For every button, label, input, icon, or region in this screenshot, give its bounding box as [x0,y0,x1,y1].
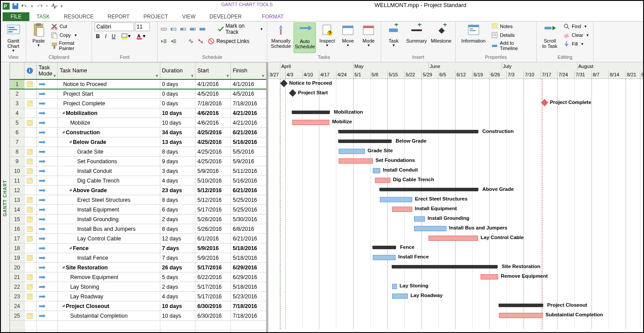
task-grid[interactable]: i Task Mode▼ Task Name▼ Duration▼ Start▼… [10,62,268,333]
notes-button[interactable]: Notes [490,22,534,30]
pct-50[interactable] [180,25,187,32]
scroll-to-task-button[interactable]: Scroll to Task [539,22,560,53]
gantt-chart-area[interactable]: AprilMayJuneJulyAugust 3/274/34/104/174/… [268,62,643,333]
pct-75[interactable] [189,25,196,32]
pct-25[interactable] [170,25,177,32]
task-insert-button[interactable]: +Task▼ [384,22,403,53]
table-row[interactable]: 19Install Fence7 days5/9/20165/18/2016 [10,253,266,263]
col-duration[interactable]: Duration▼ [160,63,195,79]
col-task-mode[interactable]: Task Mode▼ [37,63,58,79]
table-row[interactable]: 13Erect Steel Structures8 days5/12/20165… [10,195,266,205]
add-to-timeline-button[interactable]: Add to Timeline [490,40,534,51]
col-indicators[interactable]: i [24,63,36,79]
undo-dropdown[interactable]: ▼ [30,4,34,8]
table-row[interactable]: 8Grade Site8 days4/25/20165/5/2016 [10,147,266,157]
pct-0[interactable] [160,25,167,32]
table-row[interactable]: 6Construction34 days4/25/20166/21/2016 [10,128,266,137]
undo-icon[interactable] [21,3,28,10]
svg-rect-95 [27,255,32,261]
table-row[interactable]: 21Remove Equipment5 days6/22/20166/29/20… [10,272,266,282]
indent-button[interactable] [170,38,177,45]
col-finish[interactable]: Finish▼ [231,63,266,79]
tab-format[interactable]: FORMAT [249,12,291,21]
move-button[interactable]: Move▼ [338,22,357,53]
table-row[interactable]: 12Above Grade23 days5/12/20166/21/2016 [10,186,266,195]
table-row[interactable]: 22Lay Stoning2 days5/17/20165/18/2016 [10,282,266,292]
milestone-insert-button[interactable]: +Milestone [430,22,453,53]
save-icon[interactable] [12,3,19,10]
qat-customize[interactable]: ▼ [60,4,64,8]
format-painter-button[interactable]: Format Painter [50,40,89,51]
outdent-button[interactable] [160,38,167,45]
table-row[interactable]: 25Substaintial Completion10 days6/30/201… [10,311,266,321]
inspect-button[interactable]: ?Inspect▼ [318,22,336,53]
font-color-button[interactable]: A▾ [134,33,147,40]
col-start[interactable]: Start▼ [195,63,231,79]
tab-view[interactable]: VIEW [175,12,203,21]
tab-report[interactable]: REPORT [101,12,137,21]
col-task-name[interactable]: Task Name▼ [58,63,160,79]
table-row[interactable]: 5Mobilize10 days4/6/20164/21/2016 [10,118,266,128]
view-bar[interactable]: GANTT CHART [1,62,10,333]
tab-resource[interactable]: RESOURCE [57,12,101,21]
table-row[interactable]: 2Project Start0 days4/5/20164/5/2016 [10,89,266,99]
table-row[interactable]: 14Install Equipment6 days5/17/20165/25/2… [10,205,266,215]
fill-color-button[interactable]: ▾ [120,33,132,40]
table-row[interactable]: 15Install Grounding2 days5/26/20165/30/2… [10,215,266,224]
link-button[interactable] [188,38,195,45]
auto-schedule-button[interactable]: Auto Schedule [294,22,316,53]
table-row[interactable]: 4Mobilization10 days4/6/20164/21/2016 [10,108,266,118]
unlink-button[interactable] [197,38,204,45]
table-row[interactable]: 10Install Conduit3 days5/9/20165/11/2016 [10,166,266,176]
svg-rect-74 [39,141,44,143]
ribbon-tabs: FILE TASK RESOURCE REPORT PROJECT VIEW D… [1,11,643,21]
table-row[interactable]: 24Project Closeout10 days6/30/20167/18/2… [10,301,266,311]
activity-icon[interactable] [51,3,58,10]
clear-button[interactable]: Clear▼ [562,31,590,39]
underline-button[interactable]: U [110,33,117,39]
summary-insert-button[interactable]: +Summary [405,22,428,53]
col-rownum[interactable] [10,63,25,79]
gantt-chart-button[interactable]: Gantt Chart▼ [4,22,23,53]
font-name-input[interactable] [95,22,134,31]
pct-100[interactable] [199,25,206,32]
italic-button[interactable]: I [104,33,108,39]
mark-on-track-button[interactable]: Mark on Track▼ [216,22,264,36]
table-row[interactable]: 9Set Foundations9 days4/25/20165/9/2016 [10,157,266,166]
svg-rect-20 [137,38,142,39]
bold-button[interactable]: B [95,33,101,39]
svg-rect-71 [27,120,32,125]
manually-schedule-button[interactable]: Manually Schedule [270,22,292,53]
cut-button[interactable]: Cut [50,22,89,30]
table-row[interactable]: 7Below Grade13 days4/25/20165/16/2016 [10,137,266,147]
tab-file[interactable]: FILE [3,12,29,21]
respect-links-button[interactable]: Respect Links [207,37,250,45]
tab-project[interactable]: PROJECT [137,12,175,21]
svg-text:P: P [4,4,7,9]
svg-rect-9 [36,23,41,26]
group-font-label: Font [95,54,155,62]
copy-button[interactable]: Copy▼ [50,31,89,39]
tab-task[interactable]: TASK [29,12,57,21]
redo-icon[interactable] [36,3,43,10]
table-row[interactable]: 11Dig Cable Trench4 days5/10/20165/16/20… [10,176,266,186]
table-row[interactable]: 3Project Complete0 days7/18/20167/18/201… [10,99,266,108]
svg-rect-92 [27,236,32,241]
svg-rect-69 [39,103,44,104]
tab-developer[interactable]: DEVELOPER [202,12,248,21]
font-size-input[interactable] [135,22,150,31]
redo-dropdown[interactable]: ▼ [45,4,49,8]
paste-button[interactable]: Paste▼ [29,22,48,53]
table-row[interactable]: 20Site Restoration26 days5/17/20166/29/2… [10,263,266,272]
fill-button[interactable]: Fill▼ [562,40,590,48]
table-row[interactable]: 23Lay Roadway4 days5/17/20165/23/2016 [10,292,266,301]
details-button[interactable]: Details [490,31,534,39]
information-button[interactable]: Information [458,22,488,53]
find-button[interactable]: Find▼ [562,22,590,30]
table-row[interactable]: 1Notice to Proceed0 days4/1/20164/1/2016 [10,79,266,89]
table-row[interactable]: 17Lay Control Cable12 days6/1/20166/21/2… [10,234,266,243]
mode-button[interactable]: Mode▼ [359,22,378,53]
table-row[interactable]: 16Install Bus and Jumpers8 days5/26/2016… [10,224,266,234]
window-title: WELLMONT.mpp - Project Standard [375,2,467,8]
table-row[interactable]: 18Fence7 days5/9/20165/18/2016 [10,243,266,253]
